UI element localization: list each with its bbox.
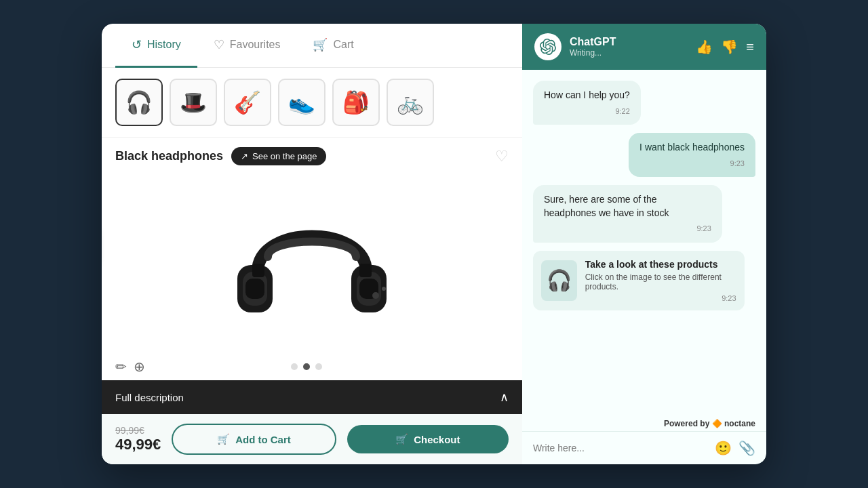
chat-product-desc: Click on the image to see the different … — [585, 272, 736, 291]
svg-point-8 — [372, 292, 379, 299]
chatgpt-logo — [534, 33, 561, 60]
attachment-button[interactable]: 📎 — [738, 440, 755, 456]
see-on-page-button[interactable]: ↗ See on the page — [231, 147, 326, 165]
emoji-button[interactable]: 🙂 — [715, 440, 732, 456]
image-controls: ✏ ⊕ — [102, 359, 522, 380]
cart-tab-icon: 🛒 — [313, 37, 328, 52]
chat-product-thumbnail: 🎧 — [541, 260, 577, 301]
checkout-cart-icon: 🛒 — [395, 433, 408, 445]
dot-1[interactable] — [291, 363, 298, 370]
svg-rect-2 — [245, 279, 264, 299]
message-1-time: 9:22 — [544, 106, 630, 117]
current-price: 49,99€ — [115, 436, 161, 453]
zoom-button[interactable]: ⊕ — [134, 359, 145, 375]
checkout-button[interactable]: 🛒 Checkout — [347, 425, 509, 453]
chat-product-info: Take a look at these products Click on t… — [585, 259, 736, 302]
chevron-up-icon: ∧ — [500, 390, 509, 405]
chat-product-title: Take a look at these products — [585, 259, 736, 270]
chat-input-bar: 🙂 📎 — [522, 431, 766, 464]
powered-by: Powered by 🔶 noctane — [522, 416, 766, 431]
cart-icon: 🛒 — [217, 433, 230, 445]
thumbnail-guitar[interactable]: 🎸 — [224, 79, 271, 126]
edit-button[interactable]: ✏ — [115, 359, 127, 375]
image-action-buttons: ✏ ⊕ — [115, 359, 145, 375]
thumbnail-shoes[interactable]: 👟 — [278, 79, 326, 126]
shop-panel: ↺ History ♡ Favourites 🛒 Cart 🎧 🎩 🎸 👟 🎒 … — [102, 24, 522, 464]
tab-favourites[interactable]: ♡ Favourites — [197, 24, 297, 68]
message-2-time: 9:23 — [639, 159, 745, 169]
thumbnail-backpack[interactable]: 🎒 — [332, 79, 380, 126]
image-dots — [291, 363, 322, 370]
tab-bar: ↺ History ♡ Favourites 🛒 Cart — [102, 24, 522, 68]
svg-rect-7 — [359, 264, 372, 277]
thumbnail-hat[interactable]: 🎩 — [170, 79, 217, 126]
svg-rect-6 — [252, 264, 264, 277]
message-3-time: 9:23 — [544, 224, 711, 234]
thumbnail-headphones[interactable]: 🎧 — [115, 79, 163, 126]
original-price: 99,99€ — [115, 425, 161, 436]
message-1: How can I help you? 9:22 — [533, 81, 641, 125]
chat-header: ChatGPT Writing... 👍 👎 ≡ — [522, 24, 766, 70]
chat-header-info: ChatGPT Writing... — [570, 36, 688, 58]
chat-header-actions: 👍 👎 ≡ — [696, 39, 754, 55]
product-image-headphones — [217, 184, 407, 346]
product-title-row: Black headphones ↗ See on the page — [115, 147, 326, 165]
dot-2[interactable] — [303, 363, 310, 370]
chat-product-time: 9:23 — [585, 294, 736, 302]
chat-messages: How can I help you? 9:22 I want black he… — [522, 70, 766, 416]
product-title: Black headphones — [115, 149, 223, 163]
message-3: Sure, here are some of the headphones we… — [533, 185, 722, 243]
external-link-icon: ↗ — [241, 151, 248, 161]
product-header: Black headphones ↗ See on the page ♡ — [102, 138, 522, 171]
add-to-cart-button[interactable]: 🛒 Add to Cart — [172, 424, 336, 455]
chatgpt-status: Writing... — [570, 48, 688, 58]
message-2-text: I want black headphones — [639, 142, 745, 152]
price-section: 99,99€ 49,99€ — [115, 425, 161, 453]
message-1-text: How can I help you? — [544, 89, 630, 100]
favourite-button[interactable]: ♡ — [495, 148, 509, 165]
thumbnail-row: 🎧 🎩 🎸 👟 🎒 🚲 — [102, 68, 522, 138]
tab-history[interactable]: ↺ History — [115, 24, 197, 68]
dot-3[interactable] — [315, 363, 322, 370]
history-icon: ↺ — [132, 37, 142, 52]
purchase-bar: 99,99€ 49,99€ 🛒 Add to Cart 🛒 Checkout — [102, 414, 522, 464]
thumbnail-bike[interactable]: 🚲 — [387, 79, 434, 126]
description-bar[interactable]: Full description ∧ — [102, 380, 522, 414]
heart-icon: ♡ — [214, 37, 224, 52]
product-image-area — [102, 171, 522, 359]
chat-input[interactable] — [533, 443, 708, 453]
menu-button[interactable]: ≡ — [746, 39, 754, 55]
svg-point-9 — [382, 287, 386, 291]
chatgpt-name: ChatGPT — [570, 36, 688, 48]
message-2: I want black headphones 9:23 — [629, 133, 755, 177]
message-3-text: Sure, here are some of the headphones we… — [544, 194, 669, 218]
product-card-message[interactable]: 🎧 Take a look at these products Click on… — [533, 251, 745, 310]
thumbs-down-button[interactable]: 👎 — [721, 39, 738, 55]
noctane-logo: 🔶 noctane — [712, 419, 755, 428]
thumbs-up-button[interactable]: 👍 — [696, 39, 713, 55]
chat-panel: ChatGPT Writing... 👍 👎 ≡ How can I help … — [522, 24, 766, 464]
tab-cart[interactable]: 🛒 Cart — [296, 24, 370, 68]
